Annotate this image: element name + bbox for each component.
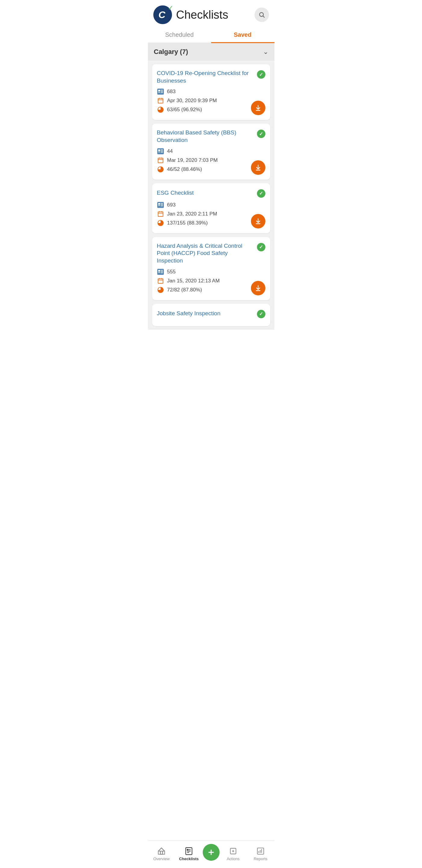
checklist-icon [157, 268, 164, 276]
logo-checkmark: ✓ [168, 4, 173, 12]
card-title: Hazard Analysis & Critical Control Point… [157, 242, 257, 265]
meta-number-row: 44 [157, 148, 265, 155]
download-button-4[interactable] [251, 281, 265, 296]
pie-icon [157, 219, 164, 227]
svg-rect-30 [161, 204, 163, 205]
section-header[interactable]: Calgary (7) ⌄ [148, 43, 274, 61]
svg-rect-29 [161, 203, 163, 204]
card-title: ESG Checklist [157, 189, 254, 197]
svg-rect-4 [158, 92, 160, 93]
meta-number-row: 693 [157, 201, 265, 209]
card-title: Behavioral Based Safety (BBS) Observatio… [157, 129, 257, 144]
card-title: COVID-19 Re-Opening Checklist for Busine… [157, 70, 257, 84]
card-title: Jobsite Safety Inspection [157, 310, 254, 317]
meta-number-row: 555 [157, 268, 265, 276]
svg-rect-28 [158, 205, 160, 206]
svg-rect-44 [158, 278, 163, 283]
card-number: 555 [167, 269, 175, 275]
svg-rect-14 [157, 148, 164, 154]
meta-date-row: Jan 23, 2020 2:11 PM [157, 210, 265, 218]
nav-item-reports[interactable]: Reports [247, 847, 274, 861]
pie-icon [157, 106, 164, 113]
card-title-row: Behavioral Based Safety (BBS) Observatio… [157, 129, 265, 144]
svg-rect-40 [158, 272, 160, 273]
svg-rect-50 [158, 851, 165, 855]
svg-rect-32 [158, 212, 163, 216]
tab-saved[interactable]: Saved [211, 27, 274, 42]
reports-icon [256, 847, 265, 855]
plus-icon [207, 848, 216, 857]
nav-label-actions: Actions [227, 857, 240, 861]
checklist-card-3[interactable]: ESG Checklist [152, 183, 270, 233]
nav-label-checklists: Checklists [179, 857, 198, 861]
download-icon [255, 164, 261, 171]
pie-icon [157, 286, 164, 293]
download-button-3[interactable] [251, 214, 265, 228]
card-meta: 44 Mar 19, 2020 7:03 PM [157, 148, 265, 173]
card-list: COVID-19 Re-Opening Checklist for Busine… [148, 61, 274, 330]
actions-icon [229, 847, 237, 855]
card-score: 63/65 (96.92%) [167, 107, 202, 113]
card-date: Mar 19, 2020 7:03 PM [167, 157, 218, 163]
svg-rect-51 [161, 851, 163, 855]
svg-rect-8 [158, 98, 163, 103]
svg-rect-31 [161, 206, 163, 206]
nav-add-button[interactable] [203, 844, 220, 861]
card-number: 683 [167, 89, 175, 95]
checklists-icon [185, 847, 193, 855]
svg-rect-19 [161, 152, 163, 153]
search-button[interactable] [255, 7, 269, 22]
svg-rect-2 [157, 89, 164, 95]
nav-item-checklists[interactable]: Checklists [175, 847, 203, 861]
svg-rect-17 [161, 150, 163, 150]
card-score: 72/82 (87.80%) [167, 287, 202, 293]
checklist-card-1[interactable]: COVID-19 Re-Opening Checklist for Busine… [152, 64, 270, 120]
pie-icon [157, 166, 164, 173]
download-button-1[interactable] [251, 101, 265, 115]
svg-rect-42 [161, 271, 163, 272]
card-title-row: Jobsite Safety Inspection [157, 309, 265, 318]
checklist-icon [157, 88, 164, 95]
svg-rect-16 [158, 152, 160, 152]
meta-score-row: 137/155 (88.39%) [157, 219, 265, 227]
nav-item-overview[interactable]: Overview [148, 847, 175, 861]
completed-check-icon [257, 130, 265, 138]
card-date: Apr 30, 2020 9:39 PM [167, 98, 217, 104]
content-area: Calgary (7) ⌄ COVID-19 Re-Opening Checkl… [148, 43, 274, 354]
card-number: 693 [167, 202, 175, 208]
svg-rect-62 [258, 848, 264, 854]
svg-rect-15 [158, 150, 160, 151]
calendar-icon [157, 210, 164, 218]
checklist-card-2[interactable]: Behavioral Based Safety (BBS) Observatio… [152, 124, 270, 179]
download-icon [255, 218, 261, 224]
completed-check-icon [257, 310, 265, 318]
card-score: 137/155 (88.39%) [167, 220, 208, 226]
meta-number-row: 683 [157, 88, 265, 95]
download-icon [255, 104, 261, 111]
checklist-icon [157, 201, 164, 209]
checklist-card-4[interactable]: Hazard Analysis & Critical Control Point… [152, 237, 270, 300]
card-title-row: Hazard Analysis & Critical Control Point… [157, 242, 265, 265]
meta-date-row: Mar 19, 2020 7:03 PM [157, 157, 265, 164]
card-meta: 555 Jan 15, 2020 12:13 AM [157, 268, 265, 293]
meta-score-row: 46/52 (88.46%) [157, 166, 265, 173]
home-icon [157, 847, 166, 855]
svg-rect-41 [161, 270, 163, 271]
section-title: Calgary (7) [154, 48, 188, 56]
svg-rect-43 [161, 273, 163, 273]
logo-letter: C [158, 10, 165, 20]
tab-bar: Scheduled Saved [148, 27, 274, 43]
checklist-card-5[interactable]: Jobsite Safety Inspection [152, 304, 270, 326]
bottom-navigation: Overview Checklists Actions [148, 841, 274, 868]
tab-scheduled[interactable]: Scheduled [148, 27, 211, 42]
meta-date-row: Jan 15, 2020 12:13 AM [157, 277, 265, 284]
calendar-icon [157, 97, 164, 104]
svg-rect-6 [161, 91, 163, 92]
download-button-2[interactable] [251, 160, 265, 175]
tab-active-indicator [211, 42, 274, 43]
nav-item-actions[interactable]: Actions [220, 847, 247, 861]
completed-check-icon [257, 243, 265, 251]
card-number: 44 [167, 148, 173, 154]
svg-point-0 [259, 13, 263, 17]
svg-rect-18 [161, 151, 163, 151]
